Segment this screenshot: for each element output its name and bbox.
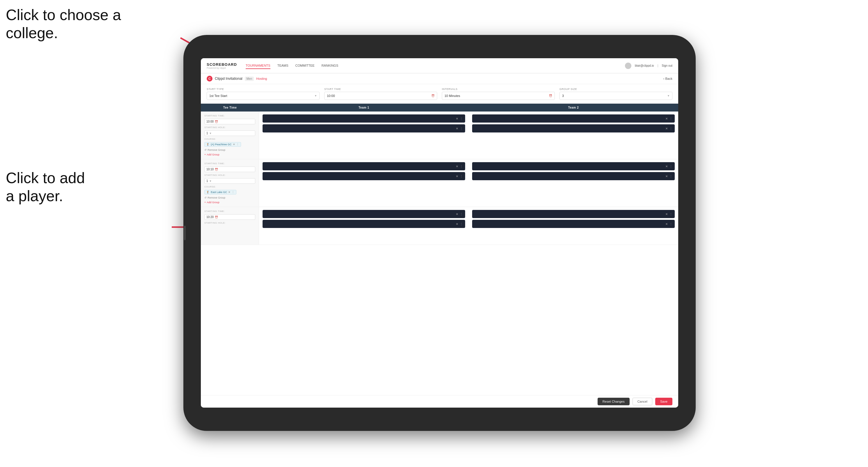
back-button[interactable]: ‹ Back [663,77,672,80]
annotation-player: Click to adda player. [6,169,85,205]
tee-left-1: STARTING TIME: 10:00 ⏰ STARTING HOLE: 1 … [201,112,259,159]
start-type-label: Start Type [207,88,320,91]
starting-time-input-2[interactable]: 10:10 ⏰ [204,166,255,172]
course-tag-2[interactable]: 🏌 East Lake GC ✕ ⋮ [204,190,236,194]
player-row[interactable]: ✕⋮ [472,210,675,218]
player-row[interactable]: ✕⋮ [262,115,465,123]
logo-sub-text: Powered by clippd [207,67,237,69]
start-time-field: Start Time 10:00 ⏰ [324,88,437,100]
save-button[interactable]: Save [655,398,672,405]
starting-time-label-1: STARTING TIME: [204,115,255,117]
intervals-label: Intervals [442,88,555,91]
status-badge: Hosting [256,77,267,80]
player-row[interactable]: ✕⋮ [472,172,675,180]
table-header: Tee Time Team 1 Team 2 [201,104,678,112]
player-row[interactable]: ✕⋮ [472,115,675,123]
tee-left-3: STARTING TIME: 10:20 ⏰ STARTING HOLE: [201,207,259,245]
scoreboard-logo: SCOREBOARD Powered by clippd [207,62,237,69]
starting-hole-label-1: STARTING HOLE: [204,126,255,129]
avatar [625,63,631,69]
tee-left-2: STARTING TIME: 10:10 ⏰ STARTING HOLE: 1 … [201,159,259,207]
user-email: blair@clippd.io [635,64,654,67]
starting-hole-input-2[interactable]: 1 ▼ [204,178,255,184]
tablet-side-button [184,226,186,240]
schedule-table: Tee Time Team 1 Team 2 STARTING TIME: 10… [201,104,678,395]
course-tag-1[interactable]: 🏌 (A) Peachtree GC ✕ ⋮ [204,142,241,147]
intervals-select[interactable]: 10 Minutes ⏰ [442,92,555,100]
start-type-select[interactable]: 1st Tee Start ▼ [207,92,320,100]
table-row: STARTING TIME: 10:00 ⏰ STARTING HOLE: 1 … [201,112,678,159]
nav-links: TOURNAMENTS TEAMS COMMITTEE RANKINGS [246,63,625,69]
team1-cell-1: ✕⋮ ✕⋮ [259,112,469,159]
team2-cell-1: ✕⋮ ✕⋮ [469,112,678,159]
breadcrumb-bar: C Clippd Invitational Men Hosting ‹ Back [201,73,678,84]
group-size-label: Group Size [559,88,672,91]
player-row[interactable]: ✕⋮ [262,172,465,180]
player-row[interactable]: ✕⋮ [262,220,465,228]
player-row[interactable]: ✕⋮ [262,210,465,218]
group-size-select[interactable]: 3 ▼ [559,92,672,100]
col-team1: Team 1 [259,106,469,109]
table-row: STARTING TIME: 10:20 ⏰ STARTING HOLE: ✕⋮… [201,207,678,245]
start-type-field: Start Type 1st Tee Start ▼ [207,88,320,100]
annotation-college: Click to choose acollege. [6,6,121,42]
col-team2: Team 2 [469,106,678,109]
course-label-1: COURSE: [204,138,255,140]
starting-hole-label-2: STARTING HOLE: [204,174,255,177]
team2-cell-3: ✕⋮ ✕⋮ [469,207,678,245]
player-row[interactable]: ✕⋮ [262,162,465,170]
starting-time-input-1[interactable]: 10:00 ⏰ [204,119,255,124]
starting-hole-input-1[interactable]: 1 ▼ [204,130,255,136]
nav-bar: SCOREBOARD Powered by clippd TOURNAMENTS… [201,58,678,73]
remove-group-btn-2[interactable]: ↺ Remove Group [204,196,255,199]
table-row: STARTING TIME: 10:10 ⏰ STARTING HOLE: 1 … [201,159,678,207]
add-group-btn-2[interactable]: + Add Group [204,201,255,204]
cancel-button[interactable]: Cancel [632,398,652,405]
player-row[interactable]: ✕⋮ [472,124,675,132]
course-label-2: COURSE: [204,185,255,188]
form-header: Start Type 1st Tee Start ▼ Start Time 10… [201,84,678,104]
starting-time-label-3: STARTING TIME: [204,210,255,213]
starting-time-label-2: STARTING TIME: [204,162,255,165]
nav-right: blair@clippd.io | Sign out [625,63,672,69]
tournament-name: Clippd Invitational [215,76,243,81]
group-size-field: Group Size 3 ▼ [559,88,672,100]
table-body: STARTING TIME: 10:00 ⏰ STARTING HOLE: 1 … [201,112,678,395]
tablet-frame: SCOREBOARD Powered by clippd TOURNAMENTS… [183,35,696,431]
sign-out-link[interactable]: Sign out [662,64,672,67]
team1-cell-2: ✕⋮ ✕⋮ [259,159,469,207]
nav-committee[interactable]: COMMITTEE [296,63,315,69]
start-time-select[interactable]: 10:00 ⏰ [324,92,437,100]
add-group-btn-1[interactable]: + Add Group [204,153,255,156]
nav-teams[interactable]: TEAMS [277,63,288,69]
start-time-label: Start Time [324,88,437,91]
team1-cell-3: ✕⋮ ✕⋮ [259,207,469,245]
col-tee-time: Tee Time [201,106,259,109]
reset-button[interactable]: Reset Changes [597,398,630,405]
player-row[interactable]: ✕⋮ [472,220,675,228]
intervals-field: Intervals 10 Minutes ⏰ [442,88,555,100]
logo-text: SCOREBOARD [207,62,237,67]
team2-cell-2: ✕⋮ ✕⋮ [469,159,678,207]
clippd-logo: C [207,76,213,82]
nav-rankings[interactable]: RANKINGS [322,63,338,69]
nav-tournaments[interactable]: TOURNAMENTS [246,63,271,69]
bottom-bar: Reset Changes Cancel Save [201,395,678,408]
remove-group-btn-1[interactable]: ↺ Remove Group [204,149,255,151]
player-row[interactable]: ✕⋮ [472,162,675,170]
starting-time-input-3[interactable]: 10:20 ⏰ [204,214,255,220]
starting-hole-label-3: STARTING HOLE: [204,222,255,224]
tablet-screen: SCOREBOARD Powered by clippd TOURNAMENTS… [201,58,678,408]
player-row[interactable]: ✕⋮ [262,124,465,132]
gender-tag: Men [245,76,254,81]
